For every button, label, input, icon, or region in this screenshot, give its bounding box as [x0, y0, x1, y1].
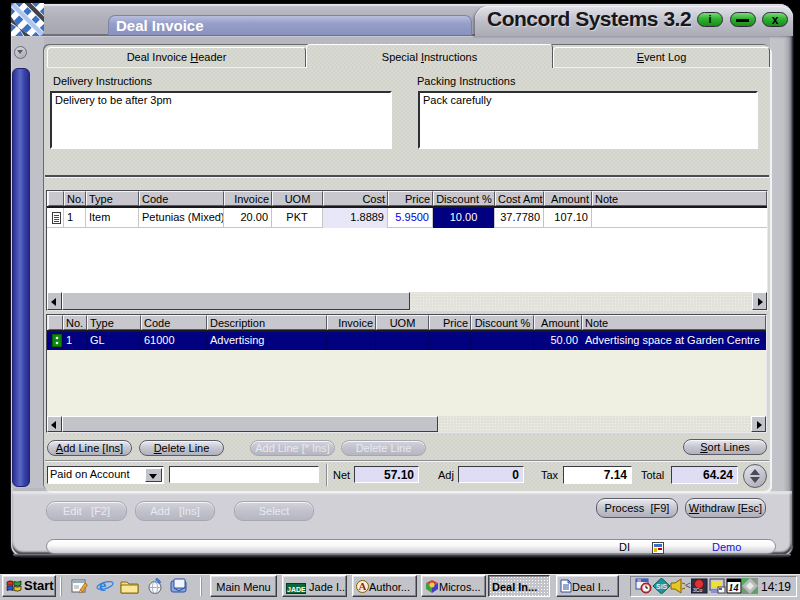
- svg-text:3Co: 3Co: [693, 587, 702, 593]
- svg-text:14: 14: [729, 582, 739, 593]
- svg-text:e: e: [99, 577, 106, 594]
- svg-text:38: 38: [637, 579, 641, 583]
- svg-text:A: A: [359, 580, 367, 592]
- svg-text:SiS: SiS: [656, 583, 668, 590]
